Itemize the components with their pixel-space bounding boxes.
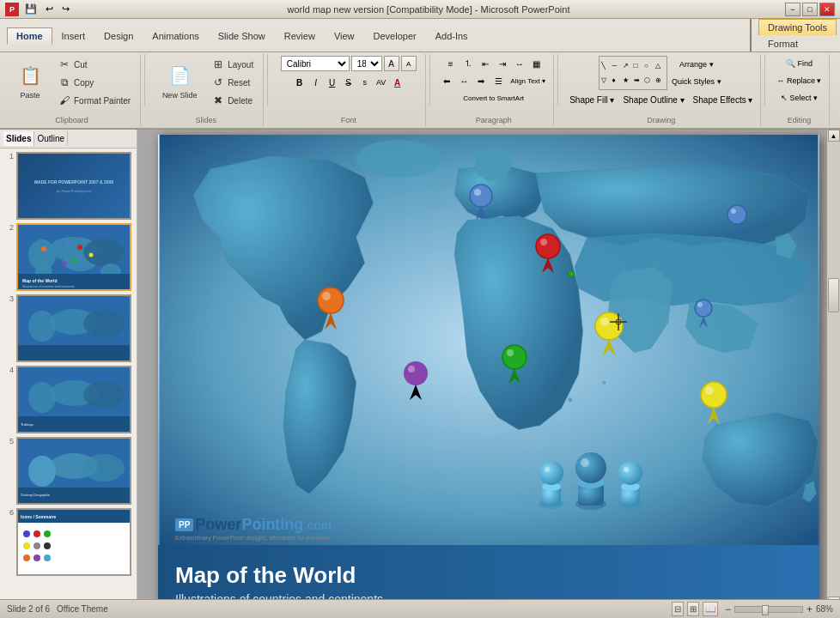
font-family-select[interactable]: Calibri — [281, 56, 350, 71]
quick-undo[interactable]: ↩ — [43, 3, 56, 15]
font-size-select[interactable]: 18 — [351, 56, 382, 71]
scroll-up-button[interactable]: ▲ — [828, 130, 840, 142]
cut-button[interactable]: ✂ Cut — [53, 56, 135, 73]
tab-animations[interactable]: Animations — [143, 27, 208, 45]
quick-redo[interactable]: ↪ — [59, 3, 72, 15]
strikethrough-button[interactable]: S — [341, 75, 356, 90]
paste-button[interactable]: 📋 Paste — [9, 56, 52, 106]
canvas-scrollbar-v[interactable]: ▲ ▼ — [826, 130, 840, 609]
svg-rect-20 — [18, 345, 130, 360]
numbering-button[interactable]: ⒈ — [460, 56, 476, 71]
panel-close-button[interactable]: ✕ — [828, 2, 838, 12]
view-slide-sorter-button[interactable]: ⊞ — [687, 602, 699, 616]
pin-yellow[interactable] — [594, 312, 624, 356]
outline-tab[interactable]: Outline — [34, 131, 68, 146]
zoom-in-button[interactable]: + — [807, 603, 813, 615]
copy-button[interactable]: ⧉ Copy — [53, 74, 135, 91]
theme-name: Office Theme — [57, 604, 108, 614]
slide-thumb-2[interactable]: Map of the World Illustrations of countr… — [16, 223, 131, 291]
slide-thumb-6[interactable]: Icons / Sommaire — [16, 508, 131, 576]
find-button[interactable]: 🔍 Find — [783, 56, 815, 71]
svg-point-82 — [624, 467, 629, 472]
increase-indent-button[interactable]: ⇥ — [495, 56, 510, 71]
tab-slideshow[interactable]: Slide Show — [209, 27, 275, 45]
columns-button[interactable]: ▦ — [529, 56, 545, 71]
replace-button[interactable]: ↔ Replace ▾ — [774, 73, 824, 88]
zoom-slider-thumb[interactable] — [762, 605, 769, 615]
slides-tab[interactable]: Slides — [3, 131, 34, 146]
view-reading-button[interactable]: 📖 — [703, 602, 718, 616]
panel-tabs: Slides Outline — [3, 131, 68, 146]
thumb4-svg: Trafmap — [18, 367, 130, 432]
tab-home[interactable]: Home — [7, 27, 52, 45]
slide-thumb-5[interactable]: Clickmap Geographia — [16, 437, 131, 505]
font-shrink-button[interactable]: A — [401, 56, 417, 71]
pin-yellow-australia[interactable] — [700, 381, 727, 424]
convert-smartart-button[interactable]: Convert to SmartArt — [451, 90, 537, 106]
figures-group — [535, 445, 647, 512]
slide-thumb-4[interactable]: Trafmap — [16, 366, 131, 433]
align-center-button[interactable]: ↔ — [456, 73, 472, 88]
maximize-button[interactable]: □ — [802, 3, 818, 16]
quick-styles-button[interactable]: Quick Styles ▾ — [669, 74, 724, 89]
align-text-button[interactable]: Align Text ▾ — [508, 73, 548, 88]
pin-green[interactable] — [502, 344, 527, 384]
bold-button[interactable]: B — [292, 75, 307, 90]
canvas-area[interactable]: PP PowerPointing.com Extraordinary Power… — [137, 130, 840, 618]
slide-info: Slide 2 of 6 — [7, 604, 50, 614]
justify-button[interactable]: ☰ — [490, 73, 506, 88]
scroll-thumb[interactable] — [828, 278, 839, 312]
delete-button[interactable]: ✖ Delete — [207, 92, 258, 109]
tab-insert[interactable]: Insert — [52, 27, 95, 45]
pp-logo: PP PowerPointing.com Extraordinary Power… — [175, 516, 332, 541]
svg-point-44 — [44, 554, 51, 561]
italic-button[interactable]: I — [308, 75, 324, 90]
tab-format[interactable]: Format — [758, 35, 837, 52]
decrease-indent-button[interactable]: ⇤ — [478, 56, 493, 71]
reset-button[interactable]: ↺ Reset — [207, 74, 258, 91]
zoom-slider[interactable] — [734, 606, 803, 613]
view-normal-button[interactable]: ⊟ — [672, 602, 684, 616]
svg-text:Map of the World: Map of the World — [22, 278, 57, 283]
quick-save[interactable]: 💾 — [22, 3, 40, 15]
svg-point-30 — [83, 454, 125, 482]
pin-red[interactable] — [535, 233, 561, 273]
pin-purple[interactable] — [403, 360, 429, 400]
align-left-button[interactable]: ⬅ — [439, 73, 454, 88]
pin-blue-right[interactable] — [727, 204, 747, 235]
slide-item-4: 4 Trafmap — [3, 366, 133, 433]
underline-button[interactable]: U — [325, 75, 340, 90]
tab-review[interactable]: Review — [275, 27, 325, 45]
tab-design[interactable]: Design — [94, 27, 143, 45]
figure-right — [614, 454, 647, 512]
slide-thumb-3[interactable] — [16, 294, 131, 362]
minimize-button[interactable]: − — [785, 3, 800, 16]
pin-blue-far-right[interactable] — [694, 299, 713, 328]
tab-view[interactable]: View — [325, 27, 364, 45]
select-button[interactable]: ↖ Select ▾ — [778, 90, 820, 106]
direction-button[interactable]: ↔ — [512, 56, 527, 71]
layout-button[interactable]: ⊞ Layout — [207, 56, 258, 73]
font-grow-button[interactable]: A — [384, 56, 399, 71]
shape-fill-button[interactable]: Shape Fill ▾ — [567, 92, 617, 107]
pin-orange[interactable] — [317, 287, 344, 330]
svg-point-10 — [89, 253, 94, 258]
align-right-button[interactable]: ➡ — [473, 73, 489, 88]
format-painter-button[interactable]: 🖌 Format Painter — [53, 92, 135, 109]
zoom-out-button[interactable]: − — [725, 603, 731, 615]
slide-thumb-1[interactable]: MADE FOR POWERPOINT 2007 & 2008 by Power… — [16, 152, 131, 220]
shape-outline-button[interactable]: Shape Outline ▾ — [620, 92, 686, 107]
shapes-select[interactable]: ╲─↗□○△ ▽♦★➡⬡⊕ — [599, 56, 667, 90]
slide-number-2: 2 — [3, 223, 14, 232]
bullets-button[interactable]: ≡ — [443, 56, 459, 71]
shadow-button[interactable]: s — [357, 75, 373, 90]
tab-drawing-tools[interactable]: Drawing Tools — [758, 19, 837, 35]
shape-effects-button[interactable]: Shape Effects ▾ — [691, 92, 756, 107]
tab-developer[interactable]: Developer — [364, 27, 426, 45]
pin-blue-top[interactable] — [469, 184, 493, 220]
tab-addins[interactable]: Add-Ins — [426, 27, 478, 45]
char-spacing-button[interactable]: AV — [374, 75, 389, 90]
arrange-button[interactable]: Arrange ▾ — [669, 57, 724, 72]
font-color-button[interactable]: A — [390, 75, 405, 90]
new-slide-button[interactable]: 📄 New Slide — [154, 56, 205, 106]
